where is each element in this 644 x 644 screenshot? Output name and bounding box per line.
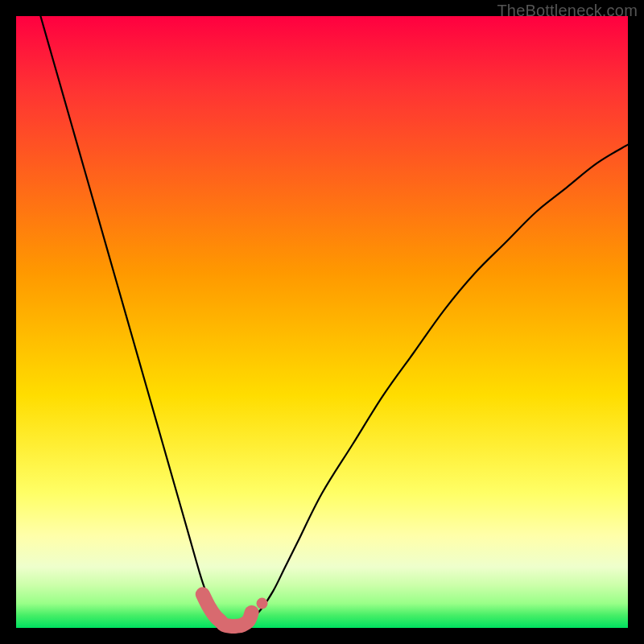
chart-overlay (16, 16, 628, 628)
watermark-text: TheBottleneck.com (497, 2, 638, 20)
highlight-segment (203, 594, 252, 626)
bottleneck-curve (40, 16, 628, 629)
highlight-dot (257, 598, 268, 609)
